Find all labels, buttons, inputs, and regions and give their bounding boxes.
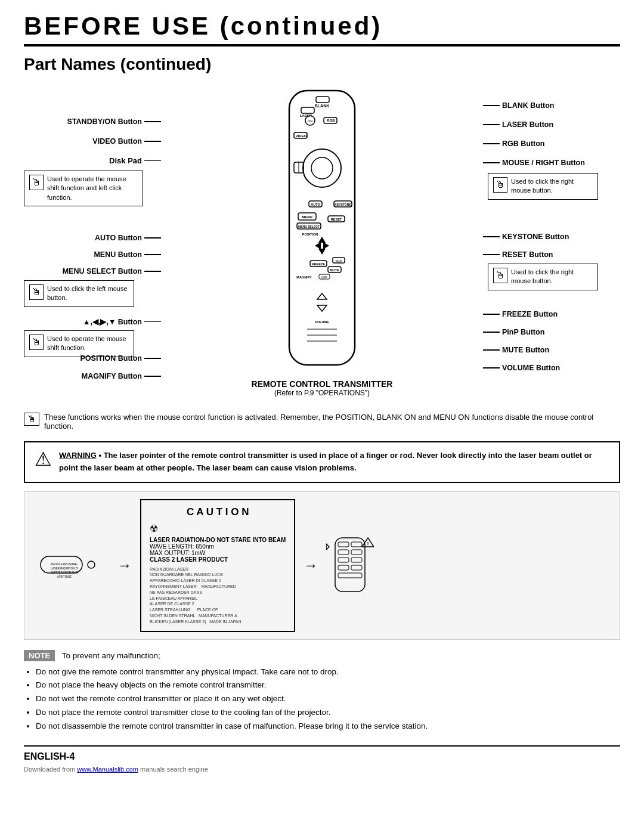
label-reset: RESET Button	[483, 250, 620, 259]
svg-text:EMITTED FROM THIS: EMITTED FROM THIS	[51, 571, 78, 574]
svg-text:MENU: MENU	[302, 215, 312, 219]
menuselect-icon: 🖱	[29, 284, 44, 300]
label-mouseright: MOUSE / RIGHT Button	[483, 159, 620, 167]
page-label: ENGLISH-4	[24, 751, 75, 761]
svg-rect-5	[316, 97, 329, 103]
svg-text:PinP: PinP	[336, 259, 342, 263]
mouseright-icon: 🖱	[493, 177, 507, 193]
arrow-label: ▲,◀,▶,▼ Button	[83, 317, 142, 326]
mouse-function-note: 🖱 These functions works when the mouse c…	[24, 413, 620, 431]
svg-rect-57	[338, 558, 349, 562]
mouseright-label: MOUSE / RIGHT Button	[502, 159, 585, 167]
label-blank: BLANK Button	[483, 101, 620, 110]
svg-rect-58	[351, 558, 362, 562]
arrow-infobox: 🖱 Used to operate the mouse shift functi…	[24, 330, 134, 357]
svg-text:BLANK: BLANK	[315, 104, 330, 108]
svg-text:VOLUME: VOLUME	[315, 320, 329, 324]
svg-text:LASER RADIATION IS: LASER RADIATION IS	[51, 567, 78, 570]
svg-text:RGB: RGB	[327, 119, 335, 122]
caution-illustration: AVOID EXPOSURE- LASER RADIATION IS EMITT…	[24, 491, 620, 640]
laser-label: LASER Button	[502, 120, 553, 129]
label-auto: AUTO Button	[24, 234, 161, 242]
volume-label: VOLUME Button	[502, 364, 560, 372]
position-label: POSITION Button	[80, 354, 142, 363]
label-diskpad: Disk Pad	[24, 156, 161, 165]
label-rgb: RGB Button	[483, 140, 620, 148]
caution-item-1: LASER RADIATION-DO NOT STARE INTO BEAM	[150, 537, 286, 543]
pinp-label: PinP Button	[502, 328, 544, 336]
mouse-note-icon: 🖱	[24, 413, 39, 426]
mouseright-infobox: 🖱 Used to click the right mouse button.	[488, 173, 598, 200]
note-list: Do not give the remote control transmitt…	[36, 665, 620, 734]
warning-body: • The laser pointer of the remote contro…	[59, 451, 592, 472]
video-label: VIDEO Button	[92, 137, 142, 145]
warning-icon: ⚠	[35, 450, 52, 475]
svg-rect-61	[338, 573, 362, 578]
note-intro: To prevent any malfunction;	[62, 651, 160, 660]
remote-title: REMOTE CONTROL TRANSMITTER	[252, 379, 393, 389]
label-freeze: FREEZE Button	[483, 310, 620, 318]
svg-rect-59	[338, 565, 349, 570]
svg-rect-56	[351, 550, 362, 555]
svg-marker-41	[317, 305, 327, 311]
label-pinp: PinP Button	[483, 328, 620, 336]
svg-text:OFF: OFF	[321, 275, 327, 279]
caution-small-text: RADIAZIONI LASER NON GUARDARE NEL RAGGIO…	[150, 566, 286, 625]
note-item-4: Do not place the remote control transmit…	[36, 706, 620, 720]
label-magnify: MAGNIFY Button	[24, 372, 161, 380]
menu-label: MENU Button	[94, 250, 142, 259]
svg-text:POSITION: POSITION	[302, 233, 318, 236]
caution-arrow2: →	[304, 557, 318, 574]
download-suffix-text: manuals search engine	[140, 766, 208, 773]
manualslib-link[interactable]: www.Manualslib.com	[77, 766, 138, 773]
svg-rect-55	[338, 550, 349, 555]
page-title: BEFORE USE (continued)	[24, 12, 620, 47]
note-item-5: Do not disassemble the remote control tr…	[36, 720, 620, 733]
label-menuselect: MENU SELECT Button	[24, 267, 161, 275]
label-mute: MUTE Button	[483, 346, 620, 354]
mute-label: MUTE Button	[502, 346, 549, 354]
svg-rect-52	[335, 538, 365, 592]
label-volume: VOLUME Button	[483, 364, 620, 372]
caution-title: C A U T I O N	[150, 506, 286, 518]
remote-subtitle: (Refer to P.9 "OPERATIONS")	[252, 389, 393, 397]
svg-text:AUTO: AUTO	[311, 203, 320, 206]
note-item-2: Do not place the heavy objects on the re…	[36, 679, 620, 692]
rgb-label: RGB Button	[502, 140, 545, 148]
caution-arrow: →	[117, 557, 132, 574]
reset-infobox: 🖱 Used to click the right mouse button.	[488, 264, 598, 290]
caution-textbox: C A U T I O N ☢ LASER RADIATION-DO NOT S…	[140, 499, 295, 632]
mouse-note-text: These functions works when the mouse con…	[44, 413, 620, 431]
mouseright-infotext: Used to click the right mouse button.	[511, 177, 593, 196]
svg-marker-62	[326, 544, 329, 550]
warning-content: WARNING • The laser pointer of the remot…	[59, 450, 609, 475]
caution-item-2: WAVE LENGTH: 650nm	[150, 543, 286, 550]
reset-icon: 🖱	[493, 268, 507, 283]
blank-label: BLANK Button	[502, 101, 554, 110]
label-standby: STANDBY/ON Button	[24, 117, 161, 126]
diskpad-infobox: 🖱 Used to operate the mouse shift functi…	[24, 171, 143, 206]
menuselect-infotext: Used to click the left mouse button.	[47, 284, 129, 303]
label-keystone: KEYSTONE Button	[483, 233, 620, 241]
caution-item-4: CLASS 2 LASER PRODUCT	[150, 556, 286, 563]
svg-point-12	[311, 157, 333, 179]
diskpad-icon: 🖱	[29, 175, 44, 190]
caution-right-device: !	[326, 535, 374, 596]
standby-label: STANDBY/ON Button	[67, 117, 142, 126]
diskpad-infotext: Used to operate the mouse shift function…	[47, 175, 138, 202]
note-item-3: Do not wet the remote control transmitte…	[36, 692, 620, 706]
keystone-label: KEYSTONE Button	[502, 233, 569, 241]
svg-point-11	[303, 149, 341, 187]
svg-point-47	[88, 561, 95, 568]
svg-text:FREEZE: FREEZE	[312, 262, 325, 266]
svg-rect-6	[301, 107, 314, 113]
label-video: VIDEO Button	[24, 137, 161, 145]
caution-remote-svg: !	[326, 535, 374, 594]
remote-label: REMOTE CONTROL TRANSMITTER (Refer to P.9…	[252, 379, 393, 397]
note-tag: NOTE	[24, 650, 55, 661]
note-section: NOTE To prevent any malfunction; Do not …	[24, 649, 620, 734]
label-position: POSITION Button	[24, 354, 161, 363]
diagram-section: STANDBY/ON Button VIDEO Button Disk Pad …	[24, 85, 620, 407]
remote-control-image: BLANK LASER ON RGB VIDEO	[161, 85, 483, 397]
svg-text:VIDEO: VIDEO	[296, 134, 307, 138]
